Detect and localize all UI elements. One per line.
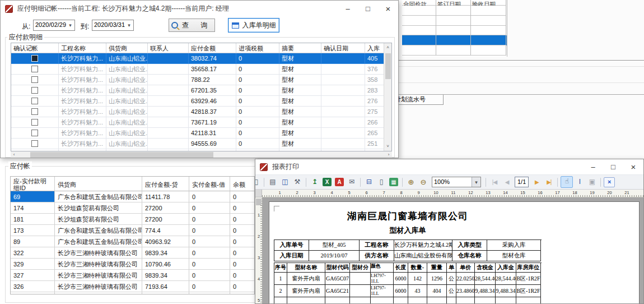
table-row[interactable]: 长沙万科魅力... 山东南山铝业... 788.22 0 型材 358 bbox=[11, 75, 391, 85]
close-button[interactable]: × bbox=[378, 1, 398, 17]
page-color-icon[interactable]: ▦ bbox=[389, 178, 398, 186]
print-setup-icon[interactable]: ⊟ bbox=[363, 177, 375, 187]
divider-line bbox=[386, 60, 644, 61]
ruler-thumb[interactable] bbox=[256, 199, 262, 205]
title-bar[interactable]: 报表打印 – □ × bbox=[255, 159, 643, 174]
table-row[interactable]: 181 长沙坦森贸易有限公司 27200 0 0 bbox=[11, 214, 254, 225]
table-row[interactable]: 173 广东合和建筑五金制品有限公司 774.4 0 0 bbox=[11, 225, 254, 236]
column-header-balance[interactable]: 余额 bbox=[230, 177, 255, 191]
confirm-checkbox[interactable] bbox=[31, 108, 38, 115]
confirm-checkbox[interactable] bbox=[31, 119, 38, 126]
ruler-number: 2 bbox=[255, 234, 262, 255]
design-report-icon[interactable]: ⚒ bbox=[292, 177, 303, 187]
maximize-button[interactable]: □ bbox=[603, 159, 623, 174]
table-row[interactable] bbox=[402, 45, 507, 56]
scrollbar-up-icon[interactable]: ˄ bbox=[384, 44, 391, 52]
preview-panel-icon[interactable]: ◧ bbox=[255, 177, 261, 187]
table-row[interactable]: 长沙市三湘特种玻璃有限公司 bbox=[11, 292, 254, 294]
table-row[interactable]: 69 广东合和建筑五金制品有限公司 11411.78 0 0 bbox=[11, 191, 254, 202]
chevron-down-icon[interactable]: ▾ bbox=[472, 177, 480, 187]
accept-date-header: 验收日期 bbox=[471, 1, 496, 6]
from-date-combo[interactable]: 2020/02/29 ▾ bbox=[33, 20, 75, 31]
scroll-left-icon[interactable]: ‹ bbox=[11, 151, 17, 158]
zoom-out-icon[interactable]: ⊖ bbox=[418, 177, 429, 187]
table-row[interactable]: 长沙万科魅力... 山东南山铝业... 94555.69 0 型材 251 bbox=[11, 139, 391, 149]
scrollbar-thumb[interactable] bbox=[30, 152, 213, 158]
table-row-selected[interactable] bbox=[402, 35, 507, 45]
table-row[interactable]: 174 长沙坦森贸易有限公司 27200 0 0 bbox=[11, 202, 254, 214]
table-row[interactable]: 长沙万科魅力... 山东南山铝业... 73671.19 0 型材 266 bbox=[11, 117, 391, 128]
table-row[interactable]: 322 长沙市三湘特种玻璃有限公司 9839.34 0 0 bbox=[11, 247, 254, 259]
table-row[interactable] bbox=[402, 16, 507, 26]
confirm-checkbox[interactable] bbox=[31, 140, 38, 147]
column-header-debit[interactable]: 实付金额-借 bbox=[189, 177, 230, 191]
open-report-icon[interactable]: ◫ bbox=[279, 177, 291, 187]
column-header-contact[interactable]: 联系人 bbox=[148, 43, 189, 53]
confirm-checkbox[interactable] bbox=[31, 98, 38, 104]
column-header-id[interactable]: 应-实付款明细ID bbox=[11, 177, 55, 191]
first-page-icon[interactable]: |◀ bbox=[489, 177, 500, 187]
table-row[interactable]: 327 长沙市三湘特种玻璃有限公司 9839.34 0 0 bbox=[11, 270, 254, 281]
confirm-checkbox[interactable] bbox=[31, 87, 38, 94]
detail-column-header: 库房库位 bbox=[516, 263, 541, 273]
table-row[interactable] bbox=[402, 6, 507, 16]
window-title: 应付明细记帐------当前工程: 长沙万科魅力之城4.2期------当前用户… bbox=[17, 4, 338, 13]
prev-page-icon[interactable]: ◀ bbox=[501, 177, 512, 187]
plan-serial-field[interactable]: 计划流水号 bbox=[393, 95, 444, 105]
confirm-checkbox[interactable] bbox=[31, 130, 38, 136]
column-header-confirm[interactable]: 确认记帐 bbox=[11, 43, 59, 53]
v-scrollbar[interactable]: ˄ ˅ bbox=[384, 43, 391, 151]
column-header-supplier[interactable]: 供货商 bbox=[106, 43, 148, 53]
zoom-in-icon[interactable]: ⊕ bbox=[405, 177, 417, 187]
scrollbar-thumb[interactable] bbox=[385, 53, 391, 79]
table-row[interactable]: 长沙万科魅力... 山东南山铝业... 35658.17 0 型材 376 bbox=[11, 64, 391, 75]
to-date-combo[interactable]: 2020/03/31 ▾ bbox=[92, 20, 134, 31]
table-row[interactable]: 329 长沙市三湘特种玻璃有限公司 10790.46 0 0 bbox=[11, 259, 254, 270]
send-email-icon[interactable]: ✉ bbox=[346, 177, 357, 187]
table-row[interactable]: 长沙万科魅力... 山东南山铝业... 42118.31 0 型材 265 bbox=[11, 128, 391, 139]
page-setup-icon[interactable]: ▯ bbox=[376, 177, 387, 187]
text-select-icon[interactable]: I bbox=[574, 177, 585, 187]
column-header-confirm-date[interactable]: 确认日期 bbox=[321, 43, 365, 53]
export-icon[interactable]: ↥ bbox=[309, 177, 320, 187]
scroll-right-icon[interactable]: › bbox=[385, 151, 392, 158]
maximize-button[interactable]: □ bbox=[358, 1, 378, 17]
column-header-credit[interactable]: 应付金额-贷 bbox=[142, 177, 189, 191]
confirm-checkbox[interactable] bbox=[31, 76, 38, 83]
table-row[interactable]: 长沙万科魅力... 山东南山铝业... 38032.74 0 型材 405 bbox=[11, 53, 391, 64]
h-scrollbar[interactable]: ‹ › bbox=[11, 151, 392, 158]
page-number-input[interactable]: 1/1 bbox=[515, 177, 529, 187]
query-button[interactable]: 查 询 bbox=[169, 19, 215, 32]
print-icon[interactable]: ▤ bbox=[267, 177, 278, 187]
confirm-checkbox[interactable] bbox=[31, 55, 38, 62]
minimize-button[interactable]: – bbox=[338, 1, 358, 17]
table-row[interactable]: 长沙万科魅力... 山东南山铝业... 42818.37 0 型材 275 bbox=[11, 107, 391, 117]
table-row[interactable]: 89 广东合和建筑五金制品有限公司 40963.92 0 0 bbox=[11, 236, 254, 247]
chevron-down-icon[interactable]: ▾ bbox=[125, 20, 133, 30]
table-row[interactable]: 长沙万科魅力... 山东南山铝业... 63929.46 0 型材 276 bbox=[11, 96, 391, 107]
inbound-detail-button[interactable]: 入库单明细 bbox=[228, 18, 279, 33]
column-header-project[interactable]: 工程名称 bbox=[59, 43, 106, 53]
hand-tool-icon[interactable]: ☝ bbox=[561, 176, 573, 188]
column-header-tax[interactable]: 进项税额 bbox=[236, 43, 279, 53]
column-header-amount[interactable]: 应付金额 bbox=[189, 43, 236, 53]
close-button[interactable]: × bbox=[623, 159, 643, 174]
export-excel-icon[interactable]: X bbox=[323, 178, 332, 186]
chevron-down-icon[interactable]: ▾ bbox=[66, 20, 74, 30]
close-preview-icon[interactable]: × bbox=[604, 177, 615, 187]
table-row[interactable]: 长沙万科魅力... 山东南山铝业... 67201.35 0 型材 283 bbox=[11, 85, 391, 96]
zoom-combo[interactable]: 100% ▾ bbox=[432, 177, 481, 187]
last-page-icon[interactable]: ▶| bbox=[543, 177, 554, 187]
scrollbar-down-icon[interactable]: ˅ bbox=[384, 142, 391, 150]
minimize-button[interactable]: – bbox=[583, 159, 603, 174]
copy-page-icon[interactable]: ▣ bbox=[586, 177, 598, 187]
column-header-summary[interactable]: 摘要 bbox=[279, 43, 321, 53]
column-header-inbound[interactable]: 入库 bbox=[365, 43, 384, 53]
export-pdf-icon[interactable]: A bbox=[335, 178, 344, 186]
table-row[interactable] bbox=[402, 26, 507, 35]
next-page-icon[interactable]: ▶ bbox=[531, 177, 542, 187]
column-header-supplier[interactable]: 供货商 bbox=[55, 177, 142, 191]
title-bar[interactable]: 应付明细记帐------当前工程: 长沙万科魅力之城4.2期------当前用户… bbox=[1, 1, 398, 17]
table-row[interactable]: 326 长沙市三湘特种玻璃有限公司 7193.64 0 0 bbox=[11, 281, 254, 292]
confirm-checkbox[interactable] bbox=[31, 66, 38, 72]
